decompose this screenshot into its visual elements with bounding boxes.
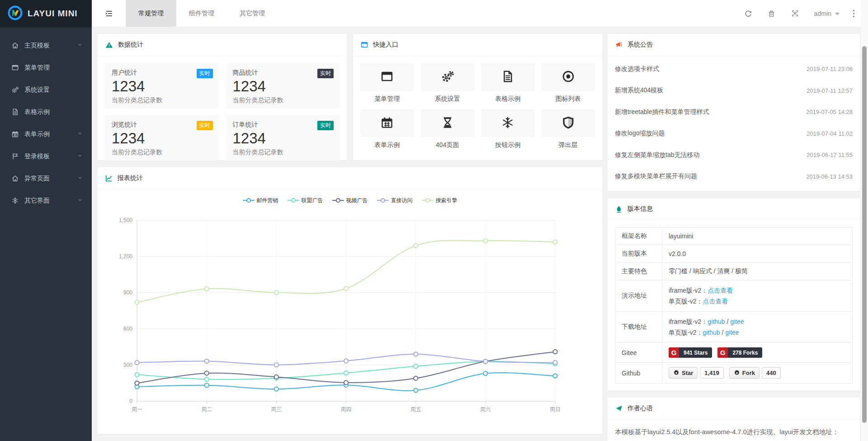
quick-entry-4[interactable]: 表单示例 <box>360 109 414 149</box>
github-fork-button[interactable]: Fork <box>729 367 760 379</box>
panel-title: 版本信息 <box>627 205 653 213</box>
notice-item-5[interactable]: 修复多模块菜单栏展开有问题2019-06-13 14:53 <box>615 166 853 188</box>
panel-title: 报表统计 <box>118 174 143 182</box>
version-label: Github <box>615 363 662 384</box>
topbar-actions: admin <box>736 0 868 27</box>
notice-item-1[interactable]: 新增系统404模板2019-07-11 12:57 <box>615 80 853 102</box>
notice-item-4[interactable]: 修复左侧菜单缩放tab无法移动2019-06-17 11:55 <box>615 144 853 166</box>
stat-value: 1234 <box>233 129 333 147</box>
svg-text:周二: 周二 <box>201 406 212 413</box>
svg-text:600: 600 <box>123 326 132 332</box>
tab-0[interactable]: 常规管理 <box>126 0 176 27</box>
gitee-badge[interactable]: G941 Stars <box>669 347 712 358</box>
notice-date: 2019-06-13 14:53 <box>806 173 853 180</box>
quick-entry-6[interactable]: 按钮示例 <box>481 109 535 149</box>
refresh-icon[interactable] <box>736 0 760 27</box>
link-点击查看[interactable]: 点击查看 <box>703 298 728 305</box>
version-value: layuimini <box>669 232 693 240</box>
link-gitee[interactable]: gitee <box>730 318 744 325</box>
sidebar-item-7[interactable]: 其它界面 <box>0 190 92 212</box>
quick-entry-5[interactable]: 404页面 <box>421 109 475 149</box>
sidebar-item-0[interactable]: 主页模板 <box>0 34 92 57</box>
brand-logo[interactable]: LAYUI MINI <box>0 0 92 27</box>
realtime-badge: 实时 <box>197 69 213 78</box>
sidebar-item-2[interactable]: 系统设置 <box>0 79 92 101</box>
svg-text:周五: 周五 <box>410 406 421 413</box>
legend-item-1[interactable]: 联盟广告 <box>288 197 323 204</box>
github-star-count[interactable]: 1,419 <box>700 367 724 379</box>
notice-text: 修复多模块菜单栏展开有问题 <box>615 172 697 180</box>
version-row-0: 框架名称layuimini <box>615 228 853 245</box>
quick-entry-2[interactable]: 表格示例 <box>481 63 535 103</box>
link-点击查看[interactable]: 点击查看 <box>708 287 733 294</box>
quick-entry-label: 表格示例 <box>481 95 535 103</box>
stat-card-1: 商品统计实时1234当前分类总记录数 <box>226 63 340 109</box>
quick-entry-label: 图标列表 <box>542 95 595 103</box>
user-name: admin <box>814 10 831 17</box>
megaphone-icon <box>615 41 623 49</box>
user-menu[interactable]: admin <box>807 10 845 17</box>
quick-entry-1[interactable]: 系统设置 <box>421 63 475 103</box>
notice-item-3[interactable]: 修改logo缩放问题2019-07-04 11:02 <box>615 123 853 145</box>
legend-item-2[interactable]: 视频广告 <box>332 197 368 204</box>
version-row-2: 主要特色零门槛 / 响应式 / 清爽 / 极简 <box>615 263 853 280</box>
page-scrollbar <box>861 0 868 441</box>
stat-value: 1234 <box>112 129 212 147</box>
legend-item-4[interactable]: 搜索引擎 <box>422 197 458 204</box>
left-column: 数据统计 用户统计实时1234当前分类总记录数商品统计实时1234当前分类总记录… <box>97 33 603 441</box>
svg-text:周六: 周六 <box>480 406 491 413</box>
clear-cache-trash-icon[interactable] <box>760 0 783 27</box>
chevron-down-icon <box>76 196 84 205</box>
sidebar-item-6[interactable]: 异常页面 <box>0 167 92 190</box>
chevron-down-icon <box>76 130 84 138</box>
quick-entry-label: 404页面 <box>421 141 475 149</box>
calendar-icon <box>10 130 20 138</box>
notice-item-0[interactable]: 修改选项卡样式2019-07-11 23:06 <box>615 58 853 80</box>
tab-1[interactable]: 组件管理 <box>176 0 227 27</box>
stat-desc: 当前分类总记录数 <box>233 148 333 156</box>
svg-text:900: 900 <box>123 289 132 296</box>
github-fork-count[interactable]: 440 <box>762 367 781 379</box>
tab-bar: 常规管理组件管理其它管理 <box>126 0 278 27</box>
svg-text:周四: 周四 <box>341 406 352 413</box>
legend-marker-icon <box>243 198 255 203</box>
quick-entry-3[interactable]: 图标列表 <box>542 63 595 103</box>
gitee-badge[interactable]: G278 Forks <box>717 347 762 358</box>
chevron-down-icon <box>76 41 84 50</box>
stat-value: 1234 <box>112 77 212 95</box>
panel-data-stats: 数据统计 用户统计实时1234当前分类总记录数商品统计实时1234当前分类总记录… <box>97 33 347 161</box>
notice-item-2[interactable]: 新增treetable插件和菜单管理样式2019-07-05 14:28 <box>615 101 853 123</box>
panel-author-words: 作者心语 本模板基于layui2.5.4以及font-awesome-4.7.0… <box>607 397 860 441</box>
sidebar-item-5[interactable]: 登录模板 <box>0 145 92 167</box>
github-octocat-icon <box>673 369 682 377</box>
sidebar-item-1[interactable]: 菜单管理 <box>0 57 92 79</box>
sidebar-item-4[interactable]: 表单示例 <box>0 123 92 145</box>
quick-entry-grid: 菜单管理系统设置表格示例图标列表表单示例404页面按钮示例弹出层 <box>353 56 602 156</box>
link-gitee[interactable]: gitee <box>725 329 739 336</box>
sidebar-item-label: 系统设置 <box>24 86 84 94</box>
quick-entry-7[interactable]: 弹出层 <box>542 109 595 149</box>
more-options-dots-icon[interactable] <box>845 0 862 27</box>
sidebar-item-3[interactable]: 表格示例 <box>0 101 92 123</box>
notice-text: 新增系统404模板 <box>615 86 663 95</box>
panel-quick-entry: 快捷入口 菜单管理系统设置表格示例图标列表表单示例404页面按钮示例弹出层 <box>353 33 603 161</box>
fullscreen-icon[interactable] <box>783 0 807 27</box>
scrollbar-thumb[interactable] <box>862 46 867 423</box>
panel-title: 作者心语 <box>627 404 653 413</box>
notice-text: 修改logo缩放问题 <box>615 129 665 138</box>
github-star-button[interactable]: Star <box>669 367 698 379</box>
notice-text: 新增treetable插件和菜单管理样式 <box>615 108 709 116</box>
legend-item-3[interactable]: 直接访问 <box>377 197 413 204</box>
quick-entry-0[interactable]: 菜单管理 <box>360 63 414 103</box>
notice-text: 修复左侧菜单缩放tab无法移动 <box>615 151 699 159</box>
file-icon <box>501 70 514 85</box>
link-github[interactable]: github <box>703 329 720 336</box>
tab-2[interactable]: 其它管理 <box>227 0 278 27</box>
sidebar-menu: 主页模板菜单管理系统设置表格示例表单示例登录模板异常页面其它界面 <box>0 27 92 212</box>
sidebar-toggle-icon[interactable] <box>92 0 126 27</box>
calendar-icon <box>380 116 394 131</box>
version-row-5: GiteeG941 StarsG278 Forks <box>615 343 853 363</box>
version-row-1: 当前版本v2.0.0 <box>615 245 853 263</box>
legend-item-0[interactable]: 邮件营销 <box>243 197 278 204</box>
link-github[interactable]: github <box>708 318 725 325</box>
